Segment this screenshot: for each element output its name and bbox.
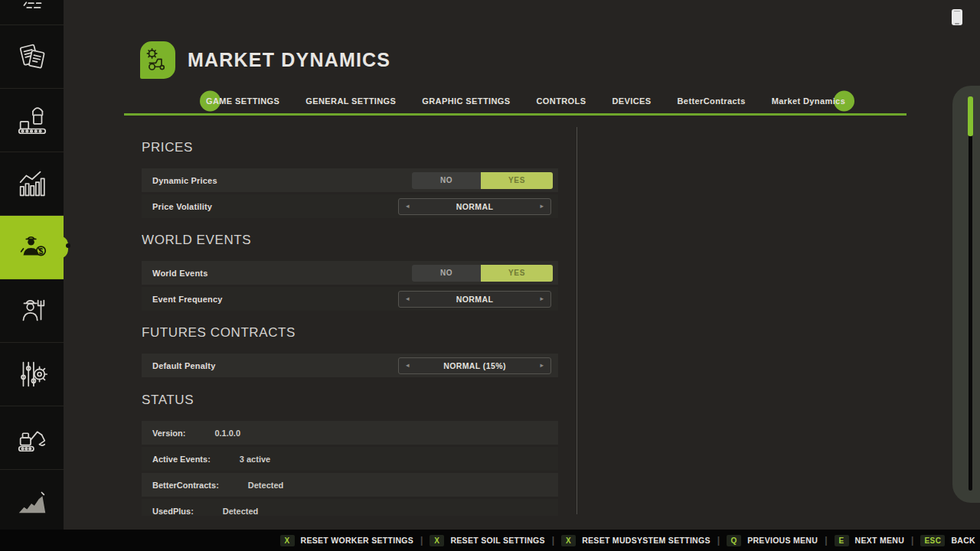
market-dynamics-settings-screen: $ xyxy=(0,0,980,551)
stepper-value: NORMAL (15%) xyxy=(399,361,550,370)
tab-bettercontracts[interactable]: BetterContracts xyxy=(678,96,746,106)
default-penalty-stepper[interactable]: ◂ NORMAL (15%) ▸ xyxy=(398,357,551,374)
setting-row-world-events: World Events NO YES xyxy=(142,261,558,285)
section-heading-futures-contracts: FUTURES CONTRACTS xyxy=(142,325,558,341)
key-esc: ESC xyxy=(920,535,945,546)
status-label: Active Events: xyxy=(142,455,211,464)
back-button[interactable]: ESC BACK xyxy=(920,535,975,546)
stepper-value: NORMAL xyxy=(399,295,550,304)
key-x: X xyxy=(280,535,295,546)
reset-mudsystem-settings-button[interactable]: X RESET MUDSYSTEM SETTINGS xyxy=(561,535,710,546)
sidebar-item-statistics[interactable] xyxy=(0,152,64,216)
setting-label: Dynamic Prices xyxy=(142,176,217,185)
price-volatility-stepper[interactable]: ◂ NORMAL ▸ xyxy=(398,198,551,215)
setting-row-event-frequency: Event Frequency ◂ NORMAL ▸ xyxy=(142,287,558,311)
bottom-key-hint-bar: X RESET WORKER SETTINGS | X RESET SOIL S… xyxy=(0,530,980,551)
tab-controls[interactable]: CONTROLS xyxy=(537,96,586,106)
toggle-yes-option[interactable]: YES xyxy=(481,172,553,189)
terrain-chart-icon xyxy=(15,484,50,519)
dynamic-prices-toggle[interactable]: NO YES xyxy=(412,172,553,189)
status-row-bettercontracts: BetterContracts: Detected xyxy=(142,473,558,497)
farmer-icon xyxy=(15,293,50,328)
tab-game-settings[interactable]: GAME SETTINGS xyxy=(206,96,279,106)
section-heading-prices: PRICES xyxy=(142,140,558,155)
settings-panel: PRICES Dynamic Prices NO YES Price Volat… xyxy=(142,128,558,516)
separator: | xyxy=(420,535,423,546)
toggle-no-option[interactable]: NO xyxy=(412,172,481,189)
market-dynamics-icon: $ xyxy=(15,230,50,265)
status-row-active-events: Active Events: 3 active xyxy=(142,447,558,471)
world-events-toggle[interactable]: NO YES xyxy=(412,265,553,282)
sidebar-item-vehicle-settings[interactable] xyxy=(0,343,64,406)
tab-market-dynamics[interactable]: Market Dynamics xyxy=(772,96,846,106)
market-dynamics-app-icon xyxy=(140,41,175,79)
setting-row-default-penalty: Default Penalty ◂ NORMAL (15%) ▸ xyxy=(142,354,558,377)
setting-row-price-volatility: Price Volatility ◂ NORMAL ▸ xyxy=(142,194,558,218)
setting-row-dynamic-prices: Dynamic Prices NO YES xyxy=(142,168,558,192)
tab-general-settings[interactable]: GENERAL SETTINGS xyxy=(305,96,396,106)
key-q: Q xyxy=(727,535,741,546)
reset-worker-settings-button[interactable]: X RESET WORKER SETTINGS xyxy=(280,535,413,546)
scrollbar-track[interactable] xyxy=(969,98,972,491)
contracts-icon xyxy=(15,39,50,74)
section-heading-status: STATUS xyxy=(142,393,558,408)
sidebar-item-farmer[interactable] xyxy=(0,279,64,343)
excavator-icon xyxy=(15,420,50,455)
section-heading-world-events: WORLD EVENTS xyxy=(142,233,558,248)
clipped-icon xyxy=(15,0,50,25)
sidebar-item-market-dynamics[interactable]: $ xyxy=(0,216,64,279)
page-title: MARKET DYNAMICS xyxy=(188,49,390,71)
status-row-version: Version: 0.1.0.0 xyxy=(142,421,558,445)
setting-label: Price Volatility xyxy=(142,202,212,211)
sidebar: $ xyxy=(0,0,64,530)
status-label: UsedPlus: xyxy=(142,507,194,516)
next-menu-button[interactable]: E NEXT MENU xyxy=(835,535,905,546)
sidebar-item-production[interactable] xyxy=(0,89,64,152)
key-x: X xyxy=(561,535,576,546)
stepper-value: NORMAL xyxy=(399,202,550,211)
svg-text:$: $ xyxy=(38,246,43,256)
status-row-usedplus: UsedPlus: Detected xyxy=(142,499,558,516)
status-value: Detected xyxy=(248,481,283,490)
sidebar-item-contracts[interactable] xyxy=(0,25,64,89)
active-tab-dot xyxy=(66,243,70,248)
status-label: BetterContracts: xyxy=(142,481,219,490)
separator: | xyxy=(825,535,827,546)
toggle-yes-option[interactable]: YES xyxy=(481,265,553,282)
separator: | xyxy=(552,535,554,546)
content-divider xyxy=(577,127,577,514)
toggle-no-option[interactable]: NO xyxy=(412,265,481,282)
key-x: X xyxy=(430,535,444,546)
key-e: E xyxy=(835,535,849,546)
setting-label: World Events xyxy=(142,269,208,278)
scrollbar-container xyxy=(952,86,980,503)
tab-bar: GAME SETTINGS GENERAL SETTINGS GRAPHIC S… xyxy=(206,92,845,110)
sidebar-item-clipped[interactable] xyxy=(0,0,64,25)
setting-label: Default Penalty xyxy=(142,361,215,370)
mobile-device-icon xyxy=(952,9,962,25)
scrollbar-thumb[interactable] xyxy=(968,96,973,136)
setting-label: Event Frequency xyxy=(142,295,223,304)
status-value: 3 active xyxy=(240,455,270,464)
event-frequency-stepper[interactable]: ◂ NORMAL ▸ xyxy=(398,291,551,308)
previous-menu-button[interactable]: Q PREVIOUS MENU xyxy=(727,535,818,546)
tab-underline xyxy=(124,113,906,116)
status-label: Version: xyxy=(142,429,185,438)
tab-devices[interactable]: DEVICES xyxy=(612,96,651,106)
statistics-icon xyxy=(15,166,50,201)
status-value: 0.1.0.0 xyxy=(214,429,240,438)
separator: | xyxy=(911,535,913,546)
sidebar-item-excavator[interactable] xyxy=(0,406,64,470)
sidebar-item-terrain[interactable] xyxy=(0,470,64,533)
status-value: Detected xyxy=(223,507,258,516)
sliders-gear-icon xyxy=(15,357,50,392)
tab-graphic-settings[interactable]: GRAPHIC SETTINGS xyxy=(422,96,510,106)
reset-soil-settings-button[interactable]: X RESET SOIL SETTINGS xyxy=(430,535,544,546)
production-icon xyxy=(15,103,50,138)
separator: | xyxy=(717,535,720,546)
